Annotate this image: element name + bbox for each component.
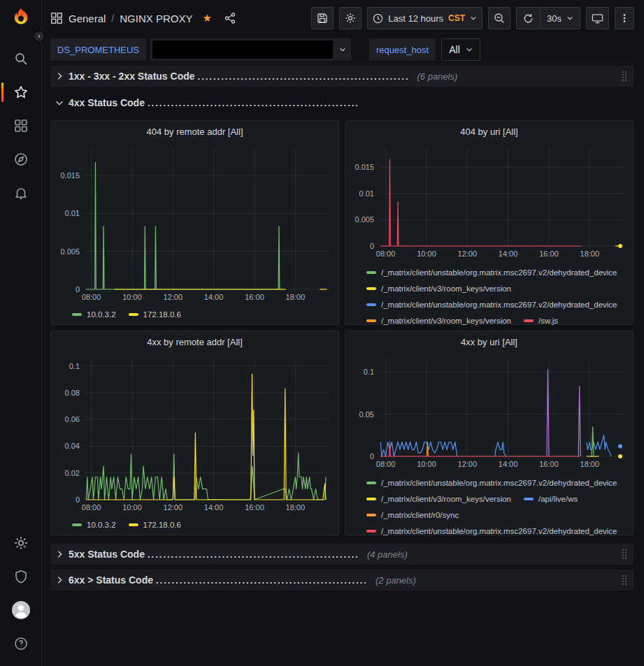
legend-item[interactable]: /sw.js <box>524 312 558 327</box>
legend-item[interactable]: /_matrix/client/v3/room_keys/version <box>366 491 511 507</box>
legend-color-swatch <box>72 313 82 316</box>
legend-item[interactable]: /_matrix/client/unstable/org.matrix.msc2… <box>366 264 617 280</box>
sidebar-item-starred[interactable] <box>0 75 41 109</box>
legend-item[interactable]: 172.18.0.6 <box>129 517 181 533</box>
svg-text:18:00: 18:00 <box>580 460 600 468</box>
more-options-button[interactable] <box>615 7 634 29</box>
legend-item[interactable]: /_matrix/client/v3/room_keys/version <box>366 312 511 327</box>
panel-legend: /_matrix/client/unstable/org.matrix.msc2… <box>345 473 633 537</box>
zoom-out-time-button[interactable] <box>488 7 510 29</box>
sidebar-item-profile[interactable] <box>0 593 41 627</box>
svg-text:0.01: 0.01 <box>65 209 80 217</box>
panel-chart-area[interactable]: 00.0050.010.01508:0010:0012:0014:0016:00… <box>54 140 336 306</box>
svg-text:10:00: 10:00 <box>417 249 436 258</box>
panel-chart-area[interactable]: 00.050.108:0010:0012:0014:0016:0018:00 <box>348 351 630 473</box>
kebab-menu-icon <box>620 13 629 24</box>
legend-color-swatch <box>366 271 376 274</box>
breadcrumb-section[interactable]: General <box>69 13 106 24</box>
panel-404-by-uri: 404 by uri [All] 00.0050.010.01508:0010:… <box>345 120 634 325</box>
time-series-chart[interactable]: 00.020.040.060.080.108:0010:0012:0014:00… <box>54 351 336 514</box>
svg-text:0.005: 0.005 <box>355 215 374 224</box>
legend-label: /_matrix/client/unstable/org.matrix.msc2… <box>381 479 617 487</box>
dashboard-row-6xx[interactable]: 6xx > Status Code ......................… <box>50 570 634 591</box>
legend-item[interactable]: /_matrix/client/r0/sync <box>366 507 459 523</box>
panel-legend: 10.0.3.2172.18.0.6 <box>51 516 338 537</box>
legend-color-swatch <box>366 530 376 533</box>
save-dashboard-button[interactable] <box>311 7 334 29</box>
variable-label-ds-prometheus[interactable]: DS_PROMETHEUS <box>50 38 146 61</box>
share-button[interactable] <box>224 13 236 24</box>
favorite-star-icon[interactable]: ★ <box>202 12 211 24</box>
legend-item[interactable]: /api/live/ws <box>524 491 578 507</box>
sidebar-item-server-admin[interactable] <box>0 560 41 593</box>
sidebar-item-alerting[interactable] <box>0 176 41 210</box>
apps-icon <box>14 119 28 133</box>
panel-chart-area[interactable]: 00.0050.010.01508:0010:0012:0014:0016:00… <box>348 140 630 263</box>
time-range-picker[interactable]: Last 12 hours CST <box>367 7 482 29</box>
refresh-interval-dropdown[interactable]: 30s <box>541 8 580 29</box>
row-title-leader: ........................................… <box>156 575 366 586</box>
breadcrumb-dashboard-title[interactable]: NGINX PROXY <box>120 13 192 24</box>
legend-item[interactable]: 10.0.3.2 <box>72 307 116 323</box>
panel-title[interactable]: 4xx by remote addr [All] <box>51 334 338 351</box>
request-host-select[interactable]: All <box>441 38 480 61</box>
svg-text:0.1: 0.1 <box>69 362 80 370</box>
row-drag-handle[interactable] <box>621 70 628 82</box>
variable-label-request-host[interactable]: request_host <box>369 38 436 61</box>
svg-text:0.02: 0.02 <box>65 469 80 477</box>
sidebar-item-search[interactable] <box>0 42 41 75</box>
dashboard-row-4xx[interactable]: 4xx Status Code ........................… <box>50 92 634 113</box>
svg-text:12:00: 12:00 <box>458 249 478 258</box>
legend-item[interactable]: /_matrix/client/unstable/org.matrix.msc2… <box>366 475 617 491</box>
svg-text:0.06: 0.06 <box>65 415 80 424</box>
svg-text:0.04: 0.04 <box>65 442 80 450</box>
row-title-leader: ........................................… <box>198 71 408 82</box>
legend-item[interactable]: 172.18.0.6 <box>129 307 181 323</box>
panel-title[interactable]: 4xx by uri [All] <box>345 334 633 351</box>
legend-item[interactable]: 10.0.3.2 <box>72 517 116 533</box>
legend-item[interactable]: /_matrix/client/unstable/org.matrix.msc2… <box>366 523 617 537</box>
grafana-logo[interactable] <box>10 7 32 29</box>
refresh-button[interactable] <box>517 8 540 29</box>
panel-legend: /_matrix/client/unstable/org.matrix.msc2… <box>345 263 633 327</box>
sidebar-item-dashboards[interactable] <box>0 109 41 143</box>
chevron-right-icon <box>55 575 64 585</box>
row-drag-handle[interactable] <box>621 574 628 586</box>
variables-bar: DS_PROMETHEUS request_host All <box>42 36 644 63</box>
dashboard-grid-icon <box>50 12 63 24</box>
sidebar-item-explore[interactable] <box>0 143 41 176</box>
sidebar-item-configuration[interactable] <box>0 526 41 560</box>
legend-label: /sw.js <box>538 317 558 325</box>
sidebar-expand-button[interactable]: › <box>33 30 45 43</box>
svg-text:12:00: 12:00 <box>164 503 183 512</box>
row-drag-handle[interactable] <box>621 548 628 560</box>
legend-item[interactable]: /_matrix/client/unstable/org.matrix.msc2… <box>366 296 617 312</box>
row-title-leader: ........................................… <box>148 549 357 560</box>
legend-color-swatch <box>366 514 376 516</box>
svg-text:12:00: 12:00 <box>164 293 183 301</box>
panel-title[interactable]: 404 by remote addr [All] <box>51 124 338 140</box>
cycle-view-mode-button[interactable] <box>586 7 609 29</box>
time-series-chart[interactable]: 00.0050.010.01508:0010:0012:0014:0016:00… <box>348 140 630 260</box>
chevron-right-icon <box>55 549 64 559</box>
dashboard-body: 1xx - 3xx - 2xx Status Code ............… <box>42 63 644 666</box>
dashboard-row-1xx-3xx-2xx[interactable]: 1xx - 3xx - 2xx Status Code ............… <box>50 66 634 87</box>
chevron-down-icon <box>466 46 473 53</box>
legend-color-swatch <box>366 303 376 306</box>
panel-title[interactable]: 404 by uri [All] <box>345 124 633 140</box>
legend-label: /_matrix/client/r0/sync <box>381 511 459 519</box>
dashboard-settings-button[interactable] <box>339 7 362 29</box>
time-series-chart[interactable]: 00.0050.010.01508:0010:0012:0014:0016:00… <box>54 140 336 303</box>
legend-item[interactable]: /_matrix/client/v3/room_keys/version <box>366 280 511 296</box>
chevron-right-icon <box>55 71 64 81</box>
row-panel-count: (6 panels) <box>417 71 458 82</box>
dashboard-row-5xx[interactable]: 5xx Status Code ........................… <box>50 544 634 565</box>
shield-icon <box>14 570 28 584</box>
datasource-select[interactable] <box>150 38 351 61</box>
time-series-chart[interactable]: 00.050.108:0010:0012:0014:0016:0018:00 <box>348 351 630 470</box>
svg-text:0: 0 <box>370 452 374 461</box>
panel-legend: 10.0.3.2172.18.0.6 <box>51 306 338 327</box>
panel-chart-area[interactable]: 00.020.040.060.080.108:0010:0012:0014:00… <box>54 351 336 516</box>
svg-text:16:00: 16:00 <box>539 460 559 468</box>
sidebar-item-help[interactable] <box>0 627 41 660</box>
